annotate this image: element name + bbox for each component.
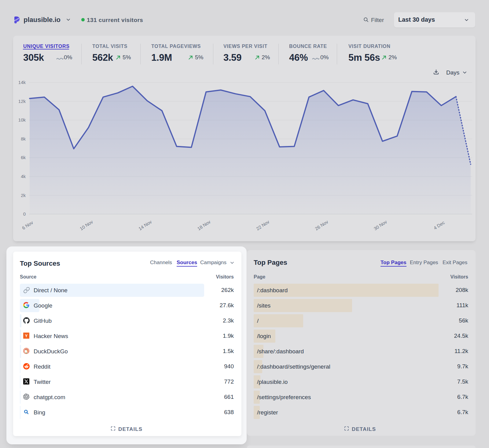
svg-text:Y: Y bbox=[25, 333, 28, 338]
svg-text:6 Nov: 6 Nov bbox=[21, 220, 34, 231]
svg-text:10k: 10k bbox=[18, 117, 26, 122]
svg-text:14 Nov: 14 Nov bbox=[138, 219, 153, 231]
svg-text:18 Nov: 18 Nov bbox=[197, 219, 212, 231]
svg-text:12k: 12k bbox=[18, 99, 26, 104]
svg-text:14k: 14k bbox=[18, 80, 26, 85]
svg-text:26 Nov: 26 Nov bbox=[314, 219, 329, 231]
svg-text:6k: 6k bbox=[21, 155, 26, 160]
svg-text:2k: 2k bbox=[21, 193, 26, 198]
svg-text:8k: 8k bbox=[21, 136, 26, 141]
svg-text:4 Dec: 4 Dec bbox=[433, 220, 446, 231]
svg-text:22 Nov: 22 Nov bbox=[255, 219, 270, 231]
svg-text:4k: 4k bbox=[21, 174, 26, 179]
svg-text:0: 0 bbox=[23, 211, 26, 217]
svg-text:10 Nov: 10 Nov bbox=[79, 219, 94, 231]
svg-text:30 Nov: 30 Nov bbox=[373, 219, 388, 231]
